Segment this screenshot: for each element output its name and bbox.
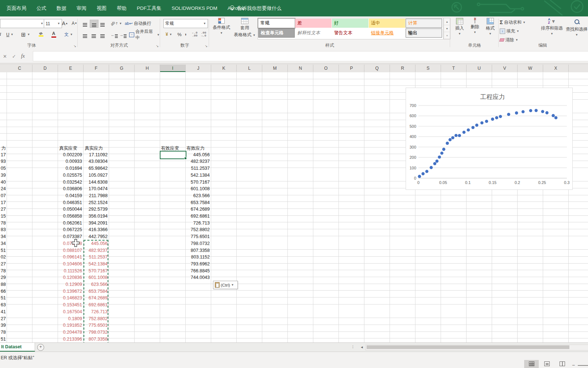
cell-true-stress[interactable]: 170.0474 (84, 185, 108, 192)
cell-b-partial[interactable]: 83 (0, 226, 6, 233)
cell-true-strain[interactable]: 0.032542 (59, 179, 82, 185)
increase-decimal-button[interactable]: ←.0.00 (190, 30, 199, 38)
cell-b-partial[interactable]: 78 (0, 268, 6, 274)
cell-eff-stress[interactable]: 766.8845 (186, 268, 210, 274)
style-gallery-item[interactable]: 检查单元格 (258, 28, 295, 38)
cell-true-stress[interactable]: 356.0194 (84, 213, 108, 219)
column-header-K[interactable]: K (211, 65, 237, 72)
cell-true-stress[interactable]: 623.566 (84, 281, 108, 288)
style-gallery-item[interactable]: 适中 (369, 19, 405, 28)
cell-true-strain[interactable]: 0.146823 (59, 295, 82, 301)
cell-true-strain[interactable]: 0.04159 (59, 192, 82, 199)
menu-item[interactable]: 帮助 (117, 5, 127, 12)
cell-eff-stress[interactable]: 445.056 (186, 152, 210, 158)
gallery-scroll-up[interactable]: ▲ (444, 18, 450, 25)
format-as-table-button[interactable]: 套用 表格格式 ▼ (233, 18, 256, 38)
style-gallery-item[interactable]: 输出 (406, 28, 442, 38)
view-page-break-button[interactable] (555, 360, 569, 368)
cell-true-stress[interactable]: 211.7988 (84, 192, 108, 199)
zoom-out-button[interactable]: − (572, 362, 575, 368)
cell-b-partial[interactable]: 40 (0, 179, 6, 185)
cell-b-header-partial[interactable]: 力 (0, 145, 6, 152)
cell-eff-stress[interactable]: 752.8802 (186, 226, 210, 233)
column-header-U[interactable]: U (467, 65, 492, 72)
column-header-O[interactable]: O (313, 65, 339, 72)
cell-true-strain[interactable]: 0.002209 (59, 152, 82, 158)
cell-b-partial[interactable]: 15 (0, 213, 6, 219)
style-gallery-item[interactable]: 差 (295, 19, 332, 28)
cell-eff-stress[interactable]: 542.1384 (186, 172, 210, 179)
cell-true-stress[interactable]: 17.11092 (84, 152, 108, 158)
menu-item[interactable]: SOLIDWORKS PDM (172, 5, 217, 11)
cell-true-stress[interactable]: 798.0732 (84, 329, 108, 336)
cell-eff-stress[interactable]: 744.0043 (186, 274, 210, 281)
align-center-button[interactable] (90, 31, 98, 38)
cell-true-stress[interactable]: 752.8802 (84, 315, 108, 322)
tab-scroll-dots[interactable]: ⁞ (352, 345, 353, 349)
cell-true-stress[interactable]: 692.6861 (84, 302, 108, 308)
column-header-J[interactable]: J (186, 65, 211, 72)
cell-true-strain[interactable]: 0.139672 (59, 288, 82, 295)
column-header-V[interactable]: V (492, 65, 518, 72)
sort-filter-button[interactable]: AZ ▼ 排序和筛选 ▼ (540, 18, 564, 35)
cell-true-stress[interactable]: 43.08304 (84, 158, 108, 165)
enter-check-icon[interactable]: ✓ (12, 54, 16, 59)
menu-item[interactable]: 公式 (36, 5, 46, 12)
cell-b-partial[interactable]: 78 (0, 220, 6, 226)
column-header-C[interactable]: C (7, 65, 32, 72)
cell-true-strain[interactable]: 0.025575 (59, 172, 82, 179)
cell-true-strain[interactable]: 0.050044 (59, 206, 82, 212)
cell-b-partial[interactable]: 07 (0, 192, 6, 199)
decrease-decimal-button[interactable]: .00→.0 (199, 30, 208, 38)
grow-font-button[interactable]: A▲ (61, 19, 69, 27)
cell-b-partial[interactable]: 41 (0, 308, 6, 315)
orientation-button[interactable]: ab↗ ▼ (110, 19, 123, 27)
view-page-layout-button[interactable] (539, 360, 554, 368)
align-bottom-button[interactable] (98, 20, 107, 27)
column-header-D[interactable]: D (32, 65, 58, 72)
cell-b-partial[interactable]: 27 (0, 315, 6, 322)
accounting-format-button[interactable]: ¥ ▼ (163, 30, 174, 38)
cell-true-strain[interactable]: 0.062061 (59, 220, 82, 226)
menu-item[interactable]: PDF工具集 (137, 5, 162, 12)
merge-center-button[interactable]: ⇔ 合并后居中 ▼ (129, 31, 160, 38)
insert-cells-button[interactable]: 插入 ▼ (453, 18, 467, 35)
cell-b-partial[interactable]: 51 (0, 295, 6, 301)
cell-header-eff-stress[interactable]: 有效应力 (186, 145, 210, 152)
cell-true-stress[interactable]: 542.1384 (84, 261, 108, 267)
style-gallery-item[interactable]: 链接单元格 (369, 28, 405, 38)
number-format-combo[interactable]: 常规▼ (163, 19, 208, 28)
style-gallery-item[interactable]: 好 (332, 19, 368, 28)
cell-true-strain[interactable]: 0.204478 (59, 329, 82, 336)
wrap-text-button[interactable]: ab↩ 自动换行 (125, 19, 160, 27)
cell-header-true-strain[interactable]: 真实应变 (59, 145, 82, 152)
cell-b-partial[interactable]: 27 (0, 261, 6, 267)
cell-b-partial[interactable]: 51 (0, 247, 6, 254)
cell-eff-stress[interactable]: 623.566 (186, 192, 210, 199)
cell-eff-stress[interactable]: 798.0732 (186, 240, 210, 247)
cell-true-strain[interactable]: 0.096141 (59, 254, 82, 260)
cell-b-partial[interactable]: 27 (0, 206, 6, 212)
cell-true-strain[interactable]: 0.153451 (59, 302, 82, 308)
cell-b-partial[interactable]: 78 (0, 329, 6, 336)
menu-item[interactable]: 数据 (57, 5, 66, 12)
cell-eff-stress[interactable]: 775.6501 (186, 233, 210, 240)
chart-object[interactable]: 010020030040050060070000.050.10.150.20.2… (406, 88, 573, 190)
insert-function-icon[interactable]: fx (21, 53, 25, 59)
cell-true-strain[interactable]: 0.120836 (59, 274, 82, 281)
cell-true-stress[interactable]: 601.1008 (84, 274, 108, 281)
cell-header-true-stress[interactable]: 真实应力 (85, 145, 108, 152)
cell-b-partial[interactable]: 17 (0, 152, 6, 158)
phonetic-guide-button[interactable]: 文 ▼ (62, 30, 75, 39)
cell-b-partial[interactable]: 02 (0, 254, 6, 260)
cell-true-strain[interactable]: 0.036806 (59, 185, 82, 192)
menu-item[interactable]: 页面布局 (7, 5, 26, 12)
cell-eff-stress[interactable]: 653.7584 (186, 199, 210, 206)
fill-color-button[interactable] (34, 30, 47, 39)
align-top-button[interactable] (81, 20, 89, 27)
cell-true-stress[interactable]: 726.713 (84, 308, 108, 315)
scrollbar-thumb[interactable] (367, 345, 569, 349)
cell-true-strain[interactable]: 0.056858 (59, 213, 82, 219)
cell-b-partial[interactable]: 34 (0, 233, 6, 240)
cell-b-partial[interactable]: 66 (0, 288, 6, 295)
